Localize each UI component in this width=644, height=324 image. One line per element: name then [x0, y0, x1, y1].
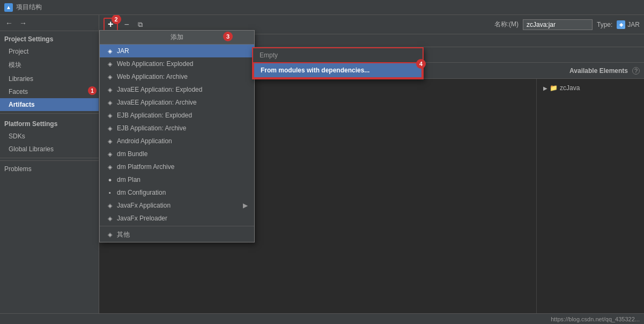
web-exploded-icon: ◈: [106, 60, 114, 68]
sidebar-toolbar: ← →: [0, 15, 99, 31]
sidebar-item-modules-label: 模块: [9, 61, 21, 69]
dropdown-item-dm-platform[interactable]: ◈ dm Platform Archive: [100, 160, 254, 173]
dropdown-item-ejb-archive[interactable]: ◈ EJB Application: Archive: [100, 122, 254, 135]
dropdown-item-jar-label: JAR: [117, 47, 129, 55]
dropdown-item-jar[interactable]: ◈ JAR: [100, 45, 254, 57]
dropdown-item-other[interactable]: ◈ 其他: [100, 227, 254, 242]
sidebar-item-facets[interactable]: Facets 1: [0, 85, 99, 98]
dropdown-menu: 添加 3 ◈ JAR ◈ Web Application: Exploded ◈…: [99, 30, 255, 242]
status-bar: https://blog.csdn.net/qq_435322...: [0, 313, 644, 324]
type-value-text: JAR: [627, 21, 640, 28]
dropdown-header: 添加 3: [100, 31, 254, 45]
sidebar-item-global-libraries-label: Global Libraries: [9, 145, 54, 153]
status-url: https://blog.csdn.net/qq_435322...: [551, 316, 640, 322]
dropdown-item-javaee-exploded[interactable]: ◈ JavaEE Application: Exploded: [100, 83, 254, 96]
project-settings-header: Project Settings: [0, 31, 99, 45]
jar-icon: ◈: [106, 47, 114, 55]
nav-back-button[interactable]: ←: [3, 18, 15, 28]
dm-config-icon: ▪: [106, 189, 114, 196]
ejb-archive-icon: ◈: [106, 124, 114, 132]
dm-bundle-icon: ◈: [106, 150, 114, 158]
dropdown-item-ejb-exploded[interactable]: ◈ EJB Application: Exploded: [100, 109, 254, 122]
dropdown-item-other-label: 其他: [117, 230, 130, 239]
available-elements-header: Available Elements: [569, 67, 628, 75]
avail-tree-item-zc[interactable]: ▶ 📁 zcJava: [541, 83, 640, 93]
web-archive-icon: ◈: [106, 73, 114, 80]
sidebar-item-artifacts-label: Artifacts: [9, 101, 35, 108]
badge-three: 3: [223, 32, 233, 41]
nav-forward-button[interactable]: →: [17, 18, 29, 28]
dropdown-item-web-exploded[interactable]: ◈ Web Application: Exploded: [100, 57, 254, 70]
dropdown-item-javafx-app[interactable]: ◈ JavaFx Application ▶: [100, 199, 254, 212]
android-icon: ◈: [106, 137, 114, 145]
sidebar-item-facets-label: Facets: [9, 88, 28, 95]
help-icon[interactable]: ?: [632, 67, 640, 75]
available-elements-panel: ▶ 📁 zcJava: [537, 79, 644, 313]
other-icon: ◈: [106, 231, 114, 239]
window-title: 项目结构: [16, 3, 42, 12]
name-input[interactable]: [523, 19, 593, 30]
problems-section: Problems: [0, 160, 99, 177]
dropdown-item-dm-plan-label: dm Plan: [117, 176, 140, 183]
jar-popup: Empty From modules with dependencies... …: [252, 47, 424, 79]
sidebar-item-modules[interactable]: 模块: [0, 58, 99, 72]
jar-type-icon: ◈: [617, 20, 625, 29]
dm-plan-icon: ●: [106, 176, 114, 183]
problems-label: Problems: [4, 165, 32, 173]
sidebar-item-project-label: Project: [9, 48, 28, 55]
jar-popup-empty-label: Empty: [260, 51, 278, 59]
dropdown-item-javaee-archive-label: JavaEE Application: Archive: [117, 99, 197, 106]
jar-popup-empty[interactable]: Empty: [253, 48, 423, 62]
sidebar-divider-1: [0, 113, 99, 114]
avail-folder-icon: 📁: [550, 84, 558, 92]
type-value: ◈ JAR: [617, 20, 640, 29]
sidebar-item-libraries-label: Libraries: [9, 75, 33, 83]
sidebar-item-global-libraries[interactable]: Global Libraries: [0, 143, 99, 156]
badge-four: 4: [416, 59, 426, 69]
jar-popup-from-modules[interactable]: From modules with dependencies... 4: [253, 62, 423, 78]
dropdown-item-android-label: Android Application: [117, 137, 172, 145]
copy-artifact-button[interactable]: ⧉: [136, 19, 145, 30]
sidebar-item-libraries[interactable]: Libraries: [0, 72, 99, 85]
dropdown-item-dm-config[interactable]: ▪ dm Configuration: [100, 186, 254, 199]
avail-expand-icon: ▶: [543, 85, 547, 91]
badge-two: 2: [112, 15, 121, 24]
badge-one: 1: [88, 86, 97, 95]
type-label: Type:: [597, 21, 612, 28]
remove-artifact-button[interactable]: −: [122, 19, 131, 31]
dropdown-item-android[interactable]: ◈ Android Application: [100, 135, 254, 148]
dropdown-item-dm-plan[interactable]: ● dm Plan: [100, 173, 254, 186]
sidebar-item-artifacts[interactable]: Artifacts: [0, 98, 99, 111]
dropdown-item-javafx-preloader-label: JavaFx Preloader: [117, 215, 167, 222]
avail-item-zc-label: zcJava: [560, 84, 580, 92]
sidebar-divider-2: [0, 158, 99, 158]
javafx-app-icon: ◈: [106, 202, 114, 209]
dropdown-item-javaee-archive[interactable]: ◈ JavaEE Application: Archive: [100, 96, 254, 109]
dropdown-item-ejb-archive-label: EJB Application: Archive: [117, 124, 186, 132]
dropdown-divider: [100, 226, 254, 226]
add-btn-container: + 2: [103, 18, 118, 31]
sidebar: ← → Project Settings Project 模块 Librarie…: [0, 15, 99, 313]
dropdown-item-dm-bundle-label: dm Bundle: [117, 150, 147, 158]
dropdown-item-web-exploded-label: Web Application: Exploded: [117, 60, 194, 68]
javafx-preloader-icon: ◈: [106, 215, 114, 222]
dropdown-item-dm-bundle[interactable]: ◈ dm Bundle: [100, 148, 254, 160]
name-label: 名称:(M): [494, 20, 519, 29]
sidebar-item-project[interactable]: Project: [0, 45, 99, 58]
dropdown-item-web-archive[interactable]: ◈ Web Application: Archive: [100, 70, 254, 83]
dropdown-item-dm-config-label: dm Configuration: [117, 189, 166, 196]
dropdown-item-javafx-app-label: JavaFx Application: [117, 202, 171, 209]
platform-settings-header: Platform Settings: [0, 116, 99, 130]
javafx-app-arrow: ▶: [243, 202, 248, 209]
jar-popup-from-modules-label: From modules with dependencies...: [261, 67, 369, 74]
dropdown-item-javafx-preloader[interactable]: ◈ JavaFx Preloader: [100, 212, 254, 225]
sidebar-item-sdks-label: SDKs: [9, 132, 25, 140]
sidebar-item-sdks[interactable]: SDKs: [0, 130, 99, 143]
dropdown-item-dm-platform-label: dm Platform Archive: [117, 163, 174, 171]
javaee-archive-icon: ◈: [106, 99, 114, 106]
dropdown-item-ejb-exploded-label: EJB Application: Exploded: [117, 112, 192, 119]
dm-platform-icon: ◈: [106, 163, 114, 171]
dropdown-item-javaee-exploded-label: JavaEE Application: Exploded: [117, 86, 202, 93]
title-bar: ▲ 项目结构: [0, 0, 644, 15]
dropdown-header-label: 添加: [171, 33, 183, 41]
